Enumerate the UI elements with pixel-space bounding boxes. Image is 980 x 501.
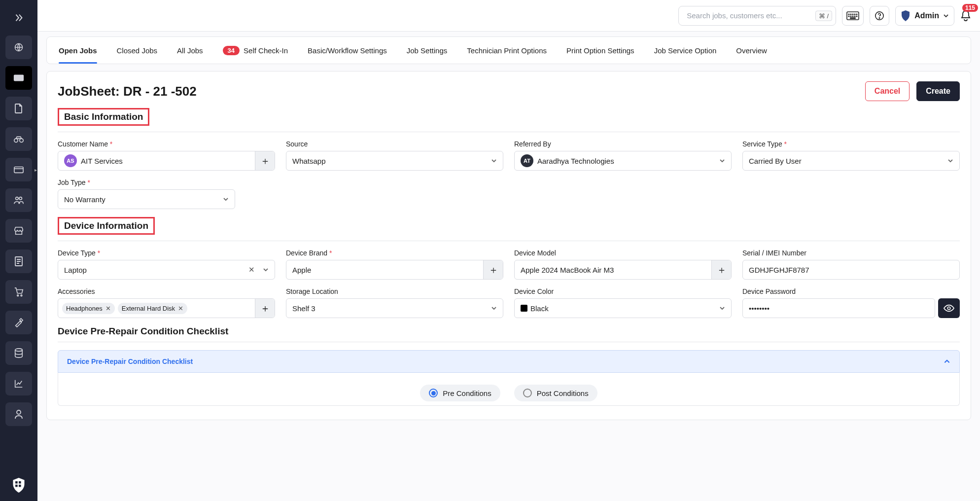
tab-workflow-settings[interactable]: Basic/Workflow Settings bbox=[308, 37, 387, 64]
sidebar-item-database[interactable] bbox=[5, 341, 32, 365]
storage-select[interactable]: Shelf 3 bbox=[286, 298, 503, 318]
add-accessory-button[interactable]: ＋ bbox=[255, 299, 275, 318]
sidebar-item-jobs[interactable] bbox=[5, 66, 32, 90]
add-brand-button[interactable]: ＋ bbox=[483, 260, 503, 279]
chevron-up-icon bbox=[944, 359, 950, 364]
search-shortcut-hint: ⌘ / bbox=[815, 10, 832, 21]
database-icon bbox=[14, 348, 24, 358]
svg-point-10 bbox=[15, 349, 23, 351]
sidebar: ▸ bbox=[0, 0, 37, 501]
keyboard-button[interactable] bbox=[842, 6, 864, 26]
tab-open-jobs[interactable]: Open Jobs bbox=[59, 37, 97, 64]
tab-tech-print[interactable]: Technician Print Options bbox=[467, 37, 547, 64]
serial-input[interactable]: GDHJFGHJF8787 bbox=[742, 260, 960, 280]
divider bbox=[58, 342, 960, 342]
sidebar-item-documents[interactable] bbox=[5, 250, 32, 273]
pre-conditions-radio[interactable]: Pre Conditions bbox=[420, 385, 500, 401]
card-icon bbox=[13, 74, 24, 82]
svg-point-19 bbox=[852, 14, 853, 15]
chevron-down-icon bbox=[719, 306, 725, 310]
eye-icon bbox=[944, 304, 954, 312]
customer-name-label: Customer Name * bbox=[58, 140, 275, 148]
device-brand-value: Apple bbox=[292, 266, 481, 274]
source-select[interactable]: Whatsapp bbox=[286, 151, 503, 171]
sidebar-item-dashboard[interactable] bbox=[5, 36, 32, 59]
tab-overview[interactable]: Overview bbox=[736, 37, 767, 64]
password-label: Device Password bbox=[742, 287, 960, 295]
device-type-select[interactable]: Laptop ✕ bbox=[58, 260, 275, 280]
job-type-label: Job Type * bbox=[58, 179, 235, 186]
tab-print-settings[interactable]: Print Option Settings bbox=[566, 37, 634, 64]
sidebar-item-payments[interactable]: ▸ bbox=[5, 158, 32, 181]
sidebar-item-profile[interactable] bbox=[5, 402, 32, 426]
customer-name-select[interactable]: AS AIT Services ＋ bbox=[58, 151, 275, 171]
tab-self-checkin[interactable]: 34 Self Check-In bbox=[223, 37, 288, 64]
help-icon bbox=[875, 11, 884, 21]
color-label: Device Color bbox=[514, 287, 732, 295]
svg-point-26 bbox=[856, 16, 857, 17]
device-model-label: Device Model bbox=[514, 249, 732, 257]
accessories-input[interactable]: Headphones✕ External Hard Disk✕ ＋ bbox=[58, 298, 275, 318]
remove-tag-button[interactable]: ✕ bbox=[178, 305, 183, 312]
referred-by-label: Referred By bbox=[514, 140, 732, 148]
add-customer-button[interactable]: ＋ bbox=[255, 151, 275, 170]
checklist-accordion-body: Pre Conditions Post Conditions bbox=[58, 373, 960, 406]
sidebar-item-team[interactable] bbox=[5, 188, 32, 212]
sidebar-item-customers[interactable] bbox=[5, 127, 32, 151]
svg-point-17 bbox=[848, 14, 849, 15]
password-input[interactable]: •••••••• bbox=[742, 298, 935, 318]
sidebar-item-invoices[interactable] bbox=[5, 97, 32, 120]
create-button[interactable]: Create bbox=[916, 81, 960, 101]
global-search: ⌘ / bbox=[678, 6, 836, 26]
service-type-select[interactable]: Carried By User bbox=[742, 151, 960, 171]
svg-rect-12 bbox=[15, 481, 18, 484]
sidebar-item-tools[interactable] bbox=[5, 311, 32, 334]
checklist-accordion-header[interactable]: Device Pre-Repair Condition Checklist bbox=[58, 350, 960, 373]
accessory-tag: Headphones✕ bbox=[62, 303, 115, 314]
device-brand-select[interactable]: Apple ＋ bbox=[286, 260, 503, 280]
chevron-down-icon bbox=[943, 13, 949, 18]
tab-label: Job Service Option bbox=[654, 46, 717, 55]
sidebar-item-store[interactable] bbox=[5, 219, 32, 243]
tab-job-settings[interactable]: Job Settings bbox=[407, 37, 448, 64]
source-value: Whatsapp bbox=[292, 157, 481, 165]
tab-closed-jobs[interactable]: Closed Jobs bbox=[117, 37, 158, 64]
tab-job-service[interactable]: Job Service Option bbox=[654, 37, 717, 64]
remove-tag-button[interactable]: ✕ bbox=[105, 305, 111, 312]
add-model-button[interactable]: ＋ bbox=[711, 260, 731, 279]
checklist-heading: Device Pre-Repair Condition Checklist bbox=[58, 326, 960, 337]
sidebar-expand-button[interactable] bbox=[8, 7, 30, 29]
chevron-down-icon bbox=[491, 306, 497, 310]
device-model-select[interactable]: Apple 2024 MacBook Air M3 ＋ bbox=[514, 260, 732, 280]
wallet-icon bbox=[14, 165, 24, 174]
page-title: JobSheet: DR - 21 -502 bbox=[58, 84, 197, 99]
job-type-select[interactable]: No Warranty bbox=[58, 189, 235, 209]
notifications-button[interactable]: 115 bbox=[960, 6, 971, 26]
toggle-password-button[interactable] bbox=[938, 298, 960, 318]
storage-value: Shelf 3 bbox=[292, 304, 481, 313]
svg-point-24 bbox=[852, 16, 853, 17]
referred-by-select[interactable]: AT Aaradhya Technologies bbox=[514, 151, 732, 171]
chevron-down-icon bbox=[223, 197, 229, 201]
sidebar-item-cart[interactable] bbox=[5, 280, 32, 304]
help-button[interactable] bbox=[870, 6, 889, 26]
tab-all-jobs[interactable]: All Jobs bbox=[177, 37, 203, 64]
referred-avatar: AT bbox=[521, 154, 533, 167]
tab-label: All Jobs bbox=[177, 46, 203, 55]
svg-rect-27 bbox=[850, 18, 855, 19]
sidebar-item-reports[interactable] bbox=[5, 372, 32, 395]
svg-point-23 bbox=[850, 16, 851, 17]
profile-menu[interactable]: Admin bbox=[895, 6, 954, 26]
svg-point-3 bbox=[20, 139, 23, 142]
cancel-button[interactable]: Cancel bbox=[865, 81, 910, 101]
color-select[interactable]: Black bbox=[514, 298, 732, 318]
binoculars-icon bbox=[13, 135, 24, 143]
topbar: ⌘ / Admin 115 bbox=[37, 0, 980, 32]
tab-label: Overview bbox=[736, 46, 767, 55]
app-logo bbox=[7, 475, 31, 495]
users-icon bbox=[13, 196, 24, 205]
divider bbox=[58, 241, 960, 241]
clear-device-type-button[interactable]: ✕ bbox=[248, 265, 255, 274]
search-input[interactable] bbox=[678, 6, 836, 26]
post-conditions-radio[interactable]: Post Conditions bbox=[514, 385, 597, 401]
